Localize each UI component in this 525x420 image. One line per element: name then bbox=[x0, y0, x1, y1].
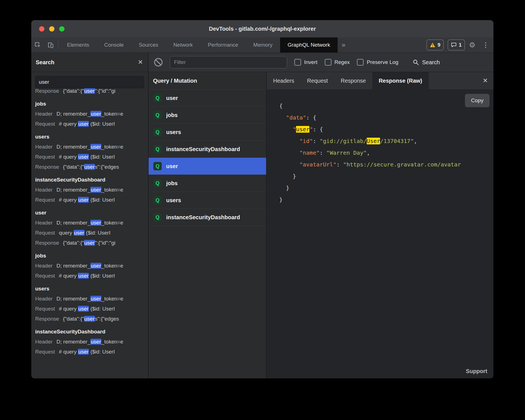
search-result-line[interactable]: Response{"data":{"users":{"edges bbox=[35, 162, 148, 172]
settings-gear-icon[interactable]: ⚙ bbox=[465, 37, 479, 52]
query-item-label: instanceSecurityDashboard bbox=[166, 214, 240, 221]
search-result-line[interactable]: Request# query user ($id: UserI bbox=[35, 195, 148, 205]
match-highlight: user bbox=[84, 240, 95, 246]
invert-checkbox[interactable]: Invert bbox=[294, 59, 318, 66]
match-highlight: user bbox=[90, 220, 101, 226]
search-result-line[interactable]: HeaderD; remember_user_token=e bbox=[35, 218, 148, 228]
devtools-tab-memory[interactable]: Memory bbox=[246, 37, 280, 52]
search-result-group-title[interactable]: instanceSecurityDashboard bbox=[35, 175, 148, 185]
device-toolbar-button[interactable] bbox=[44, 37, 57, 52]
match-highlight: user bbox=[90, 339, 101, 345]
inspect-element-button[interactable] bbox=[31, 37, 44, 52]
devtools-tab-console[interactable]: Console bbox=[97, 37, 131, 52]
devtools-tab-performance[interactable]: Performance bbox=[200, 37, 246, 52]
response-panel: HeadersRequestResponseResponse (Raw) ✕ C… bbox=[267, 72, 493, 378]
response-tab-headers[interactable]: Headers bbox=[267, 72, 301, 89]
search-result-line[interactable]: HeaderD; remember_user_token=e bbox=[35, 261, 148, 271]
code-line: "data": { bbox=[279, 112, 493, 123]
search-result-line[interactable]: Response{"data":{"user":{"id":"gi bbox=[35, 88, 148, 96]
match-highlight: user bbox=[84, 88, 95, 94]
devtools-tab-list: ElementsConsoleSourcesNetworkPerformance… bbox=[59, 37, 338, 52]
match-highlight: user bbox=[78, 154, 89, 160]
search-panel-close-icon[interactable]: ✕ bbox=[138, 59, 143, 65]
search-result-group-title[interactable]: users bbox=[35, 284, 148, 294]
match-highlight: user bbox=[78, 273, 89, 279]
query-list-item-users[interactable]: Qusers bbox=[149, 124, 266, 141]
search-result-line[interactable]: Response{"data":{"user":{"id":"gi bbox=[35, 238, 148, 248]
result-line-label: Header bbox=[35, 339, 52, 345]
search-result-line[interactable]: Request# query user ($id: UserI bbox=[35, 304, 148, 314]
filter-search-button[interactable]: Search bbox=[413, 59, 440, 66]
query-item-label: users bbox=[166, 129, 181, 135]
response-tab-response-raw[interactable]: Response (Raw) bbox=[372, 72, 429, 89]
filter-search-label: Search bbox=[422, 59, 440, 66]
response-panel-close-icon[interactable]: ✕ bbox=[483, 72, 488, 89]
devtools-tab-network[interactable]: Network bbox=[166, 37, 201, 52]
search-result-line[interactable]: Requestquery user ($id: UserI bbox=[35, 228, 148, 238]
search-result-line[interactable]: Request# query user ($id: UserI bbox=[35, 271, 148, 281]
support-link[interactable]: Support bbox=[466, 368, 487, 374]
toolbar-separator bbox=[58, 41, 58, 49]
match-highlight: user bbox=[84, 164, 95, 170]
minimize-window-button[interactable] bbox=[49, 26, 54, 32]
copy-button[interactable]: Copy bbox=[465, 94, 490, 107]
result-line-label: Request bbox=[35, 273, 55, 279]
filter-input[interactable] bbox=[170, 56, 287, 68]
search-result-line[interactable]: HeaderD; remember_user_token=e bbox=[35, 185, 148, 195]
query-mutation-panel: Query / Mutation QuserQjobsQusersQinstan… bbox=[149, 72, 267, 378]
close-window-button[interactable] bbox=[39, 26, 44, 32]
response-tab-response[interactable]: Response bbox=[334, 72, 372, 89]
window-title: DevTools - gitlab.com/-/graphql-explorer bbox=[31, 26, 493, 32]
search-result-line[interactable]: Request# query user ($id: UserI bbox=[35, 119, 148, 129]
status-badges: 9 1 bbox=[426, 37, 465, 52]
result-line-text: D; remember_user_token=e bbox=[56, 187, 123, 193]
search-result-group-title[interactable]: user bbox=[35, 208, 148, 218]
search-result-line[interactable]: HeaderD; remember_user_token=e bbox=[35, 142, 148, 152]
search-result-group-title[interactable]: jobs bbox=[35, 251, 148, 261]
search-result-line[interactable]: Request# query user ($id: UserI bbox=[35, 152, 148, 162]
messages-badge[interactable]: 1 bbox=[448, 39, 465, 51]
search-panel-title: Search bbox=[36, 59, 138, 66]
devtools-tab-graphql-network[interactable]: GraphQL Network bbox=[280, 37, 338, 52]
result-line-label: Request bbox=[35, 121, 55, 127]
query-list-item-jobs[interactable]: Qjobs bbox=[149, 175, 266, 192]
search-result-line[interactable]: Response{"data":{"users":{"edges bbox=[35, 314, 148, 324]
search-result-group-title[interactable]: users bbox=[35, 132, 148, 142]
result-line-label: Header bbox=[35, 144, 52, 150]
search-result-group-title[interactable]: instanceSecurityDashboard bbox=[35, 327, 148, 337]
query-list-item-instancesecuritydashboard[interactable]: QinstanceSecurityDashboard bbox=[149, 141, 266, 158]
search-result-group-title[interactable]: jobs bbox=[35, 99, 148, 109]
search-result-line[interactable]: HeaderD; remember_user_token=e bbox=[35, 337, 148, 347]
match-highlight: user bbox=[84, 316, 95, 322]
more-tabs-button[interactable]: » bbox=[338, 37, 349, 52]
match-highlight: user bbox=[90, 296, 101, 302]
match-highlight: user bbox=[90, 187, 101, 193]
preserve-log-checkbox[interactable]: Preserve Log bbox=[357, 59, 398, 66]
devtools-tab-elements[interactable]: Elements bbox=[59, 37, 97, 52]
query-list-item-user[interactable]: Quser bbox=[149, 158, 266, 175]
match-highlight: user bbox=[78, 121, 89, 127]
regex-checkbox[interactable]: Regex bbox=[325, 59, 350, 66]
clear-requests-icon[interactable] bbox=[154, 58, 163, 66]
query-type-icon: Q bbox=[153, 111, 162, 119]
query-list-item-users[interactable]: Qusers bbox=[149, 192, 266, 209]
query-item-label: jobs bbox=[166, 112, 178, 118]
search-input[interactable] bbox=[35, 76, 144, 88]
query-list-item-jobs[interactable]: Qjobs bbox=[149, 107, 266, 124]
filter-bar: Invert Regex Preserve Log Search bbox=[149, 53, 493, 72]
search-result-line[interactable]: Request# query user ($id: UserI bbox=[35, 347, 148, 357]
devtools-tabbar: ElementsConsoleSourcesNetworkPerformance… bbox=[31, 37, 493, 53]
query-list-item-user[interactable]: Quser bbox=[149, 90, 266, 107]
response-tab-request[interactable]: Request bbox=[301, 72, 335, 89]
query-item-label: user bbox=[166, 163, 178, 170]
query-list-item-instancesecuritydashboard[interactable]: QinstanceSecurityDashboard bbox=[149, 209, 266, 226]
kebab-menu-icon[interactable]: ⋮ bbox=[479, 37, 492, 52]
preserve-log-checkbox-label: Preserve Log bbox=[367, 59, 398, 65]
response-raw-code: { "data": { "user": { "id": "gid://gitla… bbox=[267, 89, 493, 206]
devtools-tab-sources[interactable]: Sources bbox=[131, 37, 166, 52]
result-line-label: Response bbox=[35, 240, 59, 246]
search-result-line[interactable]: HeaderD; remember_user_token=e bbox=[35, 109, 148, 119]
warnings-badge[interactable]: 9 bbox=[426, 39, 444, 51]
search-result-line[interactable]: HeaderD; remember_user_token=e bbox=[35, 294, 148, 304]
zoom-window-button[interactable] bbox=[59, 26, 65, 32]
